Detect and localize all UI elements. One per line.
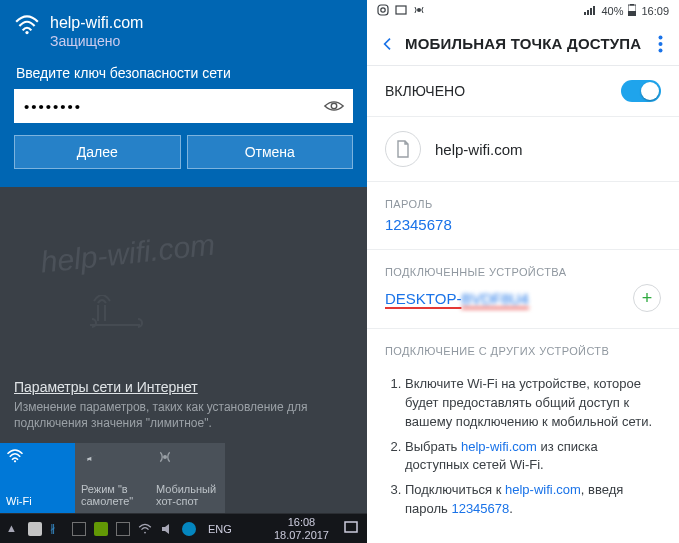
tile-airplane[interactable]: Режим "всамолете" [75,443,150,513]
quick-tiles: Wi-Fi Режим "всамолете" Мобильныйхот-спо… [0,443,367,513]
step-2: Выбрать help-wifi.com из списка доступны… [405,438,661,476]
ssid-row[interactable]: help-wifi.com [367,117,679,182]
instagram-icon [377,4,389,18]
svg-point-1 [331,103,337,109]
network-settings-block: Параметры сети и Интернет Изменение пара… [14,379,334,431]
enabled-label: ВКЛЮЧЕНО [385,83,465,99]
svg-point-7 [381,8,385,12]
chevron-up-icon[interactable]: ▲ [6,522,20,536]
airplane-icon [81,449,144,467]
router-icon [80,295,150,337]
enabled-row[interactable]: ВКЛЮЧЕНО [367,66,679,117]
status-clock: 16:09 [641,5,669,17]
next-button[interactable]: Далее [14,135,181,169]
svg-point-0 [25,31,28,34]
wifi-icon [14,14,40,40]
cancel-button[interactable]: Отмена [187,135,354,169]
taskbar-clock[interactable]: 16:08 18.07.2017 [268,516,335,540]
network-settings-link[interactable]: Параметры сети и Интернет [14,379,334,395]
android-statusbar: 40% 16:09 [367,0,679,22]
wifi-connect-card: help-wifi.com Защищено Введите ключ безо… [0,0,367,187]
tile-hotspot[interactable]: Мобильныйхот-спот [150,443,225,513]
wifi-prompt: Введите ключ безопасности сети [16,65,351,81]
android-hotspot-panel: 40% 16:09 МОБИЛЬНАЯ ТОЧКА ДОСТУПА ВКЛЮЧЕ… [367,0,679,543]
battery-icon [628,4,636,18]
wifi-status: Защищено [50,33,143,49]
ssid-value: help-wifi.com [435,141,523,158]
wifi-password-input[interactable] [14,89,353,123]
notif-icon [395,4,407,18]
password-value[interactable]: 12345678 [367,216,679,249]
signal-icon [584,5,596,17]
instructions: Включите Wi-Fi на устройстве, которое бу… [367,363,679,539]
appbar-title: МОБИЛЬНАЯ ТОЧКА ДОСТУПА [405,35,645,52]
battery-percent: 40% [601,5,623,17]
tray-nvidia-icon[interactable] [94,522,108,536]
back-icon[interactable] [371,36,405,52]
svg-point-13 [658,35,662,39]
svg-rect-11 [628,11,636,16]
document-icon [385,131,421,167]
network-settings-desc: Изменение параметров, таких как установл… [14,399,334,431]
windows-wifi-panel: help-wifi.com Защищено Введите ключ безо… [0,0,367,543]
watermark-text: help-wifi.com [39,214,341,279]
svg-point-2 [14,460,16,462]
menu-icon[interactable] [645,35,675,53]
enabled-toggle[interactable] [621,80,661,102]
other-conn-label: ПОДКЛЮЧЕНИЕ С ДРУГИХ УСТРОЙСТВ [367,329,679,363]
wifi-icon [6,449,69,465]
svg-rect-5 [345,522,357,532]
svg-point-4 [144,531,146,533]
tray-msg-icon[interactable] [72,522,86,536]
svg-point-3 [163,455,167,459]
add-device-button[interactable]: + [633,284,661,312]
svg-rect-8 [396,6,406,14]
device-row[interactable]: DESKTOP-BVDF8U4 + [367,284,679,328]
tray-network-icon[interactable] [138,522,152,536]
svg-rect-6 [378,5,388,15]
eye-icon[interactable] [323,95,345,121]
tray-onedrive-icon[interactable] [28,522,42,536]
hotspot-icon [156,449,219,467]
action-center-icon[interactable] [335,520,367,538]
hotspot-status-icon [413,4,425,18]
devices-label: ПОДКЛЮЧЕННЫЕ УСТРОЙСТВА [367,250,679,284]
tile-wifi[interactable]: Wi-Fi [0,443,75,513]
device-name: DESKTOP-BVDF8U4 [385,290,529,307]
password-label: ПАРОЛЬ [367,182,679,216]
tray-power-icon[interactable] [116,522,130,536]
tray-volume-icon[interactable] [160,522,174,536]
appbar: МОБИЛЬНАЯ ТОЧКА ДОСТУПА [367,22,679,66]
svg-point-15 [658,48,662,52]
step-1: Включите Wi-Fi на устройстве, которое бу… [405,375,661,432]
svg-point-14 [658,42,662,46]
tray-bluetooth-icon[interactable]: ∦ [50,522,64,536]
step-3: Подключиться к help-wifi.com, введя паро… [405,481,661,519]
svg-point-9 [417,8,421,12]
taskbar-lang[interactable]: ENG [202,523,238,535]
svg-rect-12 [630,4,634,6]
wifi-ssid: help-wifi.com [50,14,143,32]
tray-app-icon[interactable] [182,522,196,536]
taskbar: ▲ ∦ ENG 16:08 18.07.2017 [0,513,367,543]
